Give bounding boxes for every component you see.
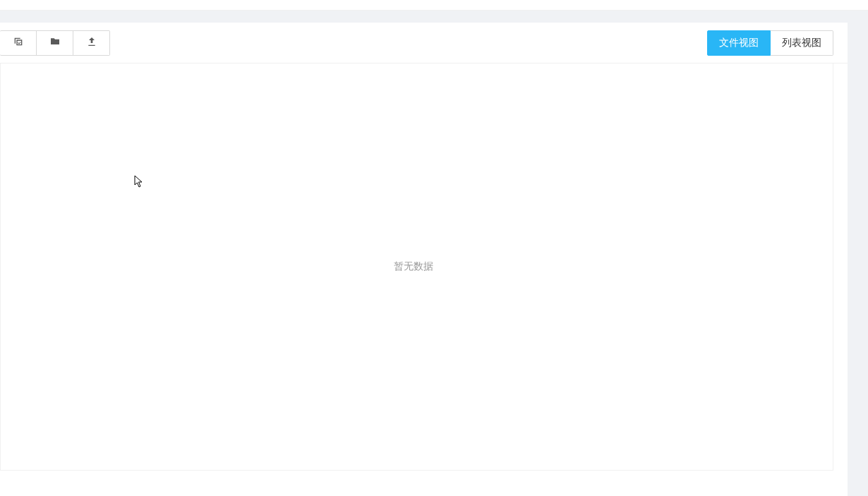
folder-icon [49, 36, 61, 49]
content-area: 暂无数据 [0, 63, 833, 471]
top-bar [0, 0, 868, 11]
empty-state-text: 暂无数据 [394, 260, 433, 273]
file-view-button[interactable]: 文件视图 [707, 30, 771, 56]
select-all-button[interactable] [0, 30, 37, 56]
list-view-button[interactable]: 列表视图 [771, 30, 833, 56]
select-all-icon [13, 36, 24, 49]
upload-icon [86, 36, 97, 49]
view-switcher: 文件视图 列表视图 [707, 30, 833, 56]
right-gutter [848, 23, 868, 496]
folder-button[interactable] [37, 30, 73, 56]
main-panel: 文件视图 列表视图 暂无数据 [0, 23, 848, 496]
upload-button[interactable] [73, 30, 110, 56]
file-view-label: 文件视图 [719, 37, 759, 49]
gap-spacer [0, 11, 868, 23]
toolbar: 文件视图 列表视图 [0, 23, 848, 63]
list-view-label: 列表视图 [782, 37, 821, 49]
toolbar-left-group [0, 30, 110, 56]
